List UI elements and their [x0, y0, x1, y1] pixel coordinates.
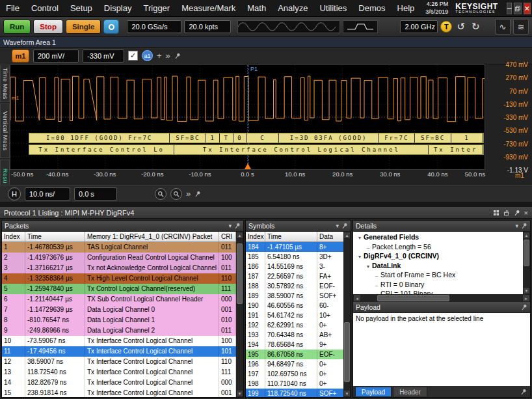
visibility-checkbox[interactable]: ✓ — [128, 51, 138, 61]
search-icon[interactable] — [170, 188, 182, 200]
detail-node[interactable]: ▾DigRFv4_1_0 (CRCINV) — [353, 252, 523, 262]
menu-item-utilities[interactable]: Utilities — [313, 0, 352, 16]
table-row[interactable]: 198110.71040 ns0+ — [246, 379, 343, 389]
menu-item-help[interactable]: Help — [392, 0, 421, 16]
scroll-down-icon[interactable]: ▼ — [343, 390, 351, 397]
pin-icon[interactable] — [234, 223, 241, 229]
column-header-index[interactable]: Index — [246, 232, 265, 241]
menu-item-control[interactable]: Control — [25, 0, 64, 16]
column-header-memory-1-digrfv4-1-0-crcinv-packet[interactable]: Memory 1: DigRFv4_1_0 (CRCINV) Packet — [85, 232, 219, 241]
symbols-panel-header[interactable]: Symbols ▾ — [246, 221, 351, 232]
apps-icon[interactable] — [493, 210, 499, 216]
table-row[interactable]: 19478.65684 ns9+ — [246, 340, 343, 350]
vertical-scale-field[interactable]: 200 mV/ — [33, 49, 79, 62]
table-row[interactable]: 18830.57892 nsEOF- — [246, 281, 343, 291]
left-tab-vertical-meas[interactable]: Vertical Meas — [0, 103, 10, 158]
table-row[interactable]: 5-1.25947840 µsTx Control Logical Channe… — [2, 284, 236, 294]
h-button[interactable]: H — [8, 187, 21, 200]
table-row[interactable]: 19370.64348 nsAB+ — [246, 330, 343, 340]
collapse-icon[interactable]: ▾ — [364, 262, 372, 271]
table-row[interactable]: 18614.55169 ns3- — [246, 262, 343, 271]
stop-button[interactable]: Stop — [33, 20, 63, 34]
pin-icon[interactable] — [341, 223, 348, 229]
zoom-icon[interactable] — [155, 188, 166, 200]
collapse-icon[interactable]: ▾ — [356, 253, 364, 262]
trigger-position-widget[interactable] — [343, 20, 378, 33]
scroll-thumb[interactable] — [237, 243, 243, 304]
menu-item-math[interactable]: Math — [241, 0, 272, 16]
expand-arrows-icon[interactable]: » — [186, 187, 191, 200]
pin-icon[interactable] — [514, 210, 520, 216]
payload-header[interactable]: Payload — [353, 302, 530, 313]
waveform-tool-icon[interactable]: ∿ — [495, 19, 511, 34]
table-row[interactable]: 3-1.37166217 µsTx not Acknowledge Contro… — [2, 263, 236, 273]
vertical-offset-field[interactable]: -330 mV — [83, 49, 124, 62]
menu-item-analyze[interactable]: Analyze — [272, 0, 313, 16]
pin-icon[interactable] — [194, 191, 201, 197]
table-row[interactable]: 19262.62991 ns0+ — [246, 320, 343, 330]
sample-rate-field[interactable]: 20.0 GSa/s — [127, 20, 181, 33]
scrollbar[interactable]: ▲ ▼ — [236, 232, 243, 397]
scroll-thumb[interactable] — [377, 295, 450, 301]
touch-icon[interactable] — [103, 20, 119, 34]
scroll-up-icon[interactable]: ▲ — [236, 232, 243, 239]
expand-arrows-icon[interactable]: » — [166, 49, 170, 62]
minimize-button[interactable]: – — [507, 3, 512, 14]
trigger-badge[interactable]: T — [440, 21, 452, 33]
table-row[interactable]: 184-1.47105 µs8+ — [246, 242, 343, 252]
scroll-thumb[interactable] — [344, 322, 350, 383]
h-scrollbar[interactable]: ◄ ► — [353, 294, 530, 302]
collapse-arrow-icon[interactable]: ▾ — [228, 223, 232, 229]
details-panel-header[interactable]: Details ▾ — [353, 221, 530, 232]
left-tab-resu[interactable]: Resu — [0, 159, 10, 187]
scroll-thumb[interactable] — [524, 240, 529, 266]
a1-badge[interactable]: a1 — [142, 50, 153, 61]
scroll-up-icon[interactable]: ▲ — [523, 232, 530, 239]
ground-marker-m1[interactable]: m1 — [12, 95, 19, 101]
detail-node[interactable]: –Packet Length = 56 — [353, 243, 523, 253]
menu-item-demos[interactable]: Demos — [352, 0, 391, 16]
table-row[interactable]: 11-17.49456 nsTx Interface Control Logic… — [2, 346, 236, 357]
table-row[interactable]: 1856.54180 ns3D+ — [246, 252, 343, 262]
scroll-left-icon[interactable]: ◄ — [353, 294, 361, 302]
h-position-field[interactable]: 0.0 s — [74, 187, 117, 200]
pin-icon[interactable] — [520, 389, 527, 395]
pin-icon[interactable] — [521, 304, 527, 310]
left-tab-time-meas[interactable]: Time Meas — [0, 64, 10, 102]
close-icon[interactable]: × — [524, 209, 528, 217]
undock-icon[interactable] — [503, 210, 510, 216]
column-header-data[interactable]: Data — [317, 232, 343, 241]
table-row[interactable]: 19046.60556 ns60- — [246, 301, 343, 310]
scroll-down-icon[interactable]: ▼ — [523, 287, 530, 294]
close-button[interactable]: × — [524, 3, 530, 14]
trigger-time-marker[interactable] — [245, 163, 251, 169]
tab-payload[interactable]: Payload — [355, 387, 392, 396]
pin-icon[interactable] — [521, 223, 527, 229]
table-row[interactable]: 6-1.21140447 µsTX Sub Control Logical Ch… — [2, 294, 236, 305]
scrollbar[interactable]: ▲ ▼ — [343, 232, 351, 397]
waveform-plot[interactable]: m1 P1 I=00 1DFF (GOOD) Fr=7CSF=BC1T0CI=3… — [10, 64, 485, 170]
table-row[interactable]: 7-1.14729639 µsData Logical Channel 0001 — [2, 305, 236, 315]
menu-item-file[interactable]: File — [0, 0, 25, 16]
bandwidth-field[interactable]: 2.00 GHz — [400, 20, 438, 33]
add-icon[interactable]: + — [157, 49, 162, 62]
scroll-down-icon[interactable]: ▼ — [236, 390, 243, 397]
table-row[interactable]: 197102.69750 ns0+ — [246, 369, 343, 379]
menu-item-measure-mark[interactable]: Measure/Mark — [176, 0, 241, 16]
p1-marker-label[interactable]: P1 — [250, 66, 258, 72]
collapse-icon[interactable]: ▾ — [356, 234, 364, 243]
column-header-cri[interactable]: CRI — [219, 232, 236, 241]
tab-header[interactable]: Header — [393, 387, 427, 396]
table-row[interactable]: 4-1.32358364 µsTx High Level Control Log… — [2, 273, 236, 284]
channel-m1-button[interactable]: m1 — [12, 49, 29, 62]
pin-icon[interactable] — [174, 53, 181, 59]
table-row[interactable]: 18722.56597 nsFA+ — [246, 271, 343, 281]
scroll-up-icon[interactable]: ▲ — [343, 232, 351, 239]
table-row[interactable]: 2-1.41973676 µsConfiguration Read Contro… — [2, 253, 236, 263]
table-row[interactable]: 14182.82679 nsTx Interface Control Logic… — [2, 378, 236, 388]
undo-button[interactable]: ↺ — [455, 20, 467, 33]
table-row[interactable]: 1-1.46780539 µsTAS Logical Channel011 — [2, 242, 236, 253]
menu-item-display[interactable]: Display — [98, 0, 138, 16]
collapse-arrow-icon[interactable]: ▾ — [336, 223, 339, 229]
table-row[interactable]: 9-249.86966 nsData Logical Channel 2011 — [2, 325, 236, 336]
